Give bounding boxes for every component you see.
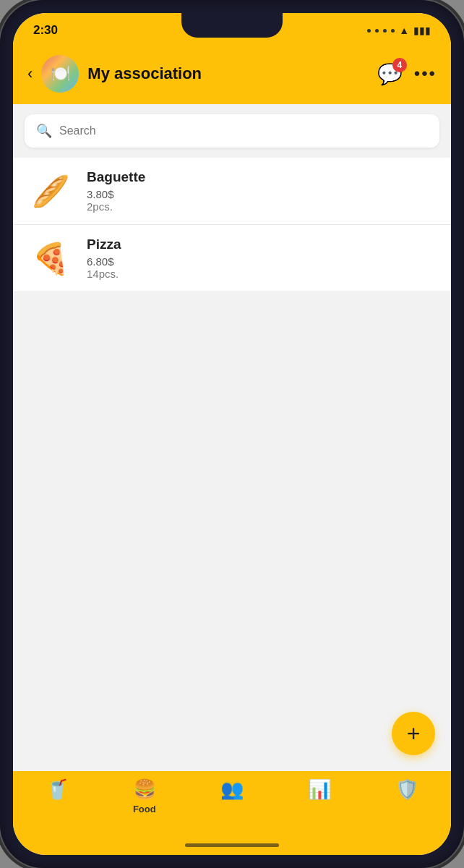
more-button[interactable]: •••	[414, 64, 437, 84]
signal-dot3	[383, 29, 387, 33]
signal-dot1	[367, 29, 371, 33]
item-image-pizza: 🍕	[27, 239, 74, 277]
nav-item-drinks[interactable]: 🥤	[13, 778, 100, 801]
item-name: Baguette	[87, 169, 437, 185]
search-input[interactable]	[59, 124, 428, 137]
search-icon: 🔍	[36, 123, 52, 139]
home-bar	[185, 843, 279, 847]
header-right: 💬 4 •••	[377, 62, 437, 86]
header-title: My association	[87, 64, 202, 83]
item-info-baguette: Baguette 3.80$ 2pcs.	[87, 169, 437, 213]
search-bar: 🔍	[25, 114, 439, 148]
avatar: 🍽️	[41, 55, 79, 93]
item-qty: 2pcs.	[87, 200, 437, 213]
nav-item-food[interactable]: 🍔 Food	[100, 778, 188, 814]
bottom-nav: 🥤 🍔 Food 👥 📊 🛡️	[13, 771, 451, 835]
phone-frame: 2:30 ▲ ▮▮▮ ‹ 🍽️ My association	[0, 0, 464, 868]
table-row[interactable]: 🍕 Pizza 6.80$ 14pcs.	[13, 225, 451, 292]
nav-item-security[interactable]: 🛡️	[364, 778, 451, 801]
home-indicator	[13, 835, 451, 855]
security-icon: 🛡️	[395, 778, 418, 801]
status-icons: ▲ ▮▮▮	[367, 25, 431, 36]
item-qty: 14pcs.	[87, 268, 437, 280]
item-info-pizza: Pizza 6.80$ 14pcs.	[87, 237, 437, 280]
add-icon: +	[407, 720, 421, 747]
battery-icon: ▮▮▮	[413, 25, 431, 36]
signal-dot2	[375, 29, 379, 33]
notification-badge: 4	[392, 58, 407, 72]
item-name: Pizza	[87, 237, 437, 252]
search-container: 🔍	[13, 104, 451, 158]
stats-icon: 📊	[308, 778, 331, 801]
people-icon: 👥	[220, 778, 244, 801]
items-list: 🥖 Baguette 3.80$ 2pcs. 🍕 Pizza 6	[13, 158, 451, 292]
item-image-baguette: 🥖	[27, 172, 74, 210]
phone-screen: 2:30 ▲ ▮▮▮ ‹ 🍽️ My association	[13, 13, 451, 855]
header-left: ‹ 🍽️ My association	[27, 55, 202, 93]
status-time: 2:30	[33, 23, 58, 38]
nav-item-people[interactable]: 👥	[188, 778, 275, 801]
header: ‹ 🍽️ My association 💬 4 •••	[13, 48, 451, 104]
add-button[interactable]: +	[392, 712, 435, 755]
drinks-icon: 🥤	[46, 778, 69, 801]
food-label: Food	[133, 804, 156, 814]
notch	[181, 13, 283, 38]
signal-dot4	[391, 29, 395, 33]
food-icon: 🍔	[133, 778, 156, 801]
table-row[interactable]: 🥖 Baguette 3.80$ 2pcs.	[13, 158, 451, 225]
item-price: 3.80$	[87, 188, 437, 200]
main-content: 🔍 🥖 Baguette 3.80$ 2pcs.	[13, 104, 451, 771]
nav-item-stats[interactable]: 📊	[276, 778, 364, 801]
notification-button[interactable]: 💬 4	[377, 62, 403, 86]
item-price: 6.80$	[87, 255, 437, 268]
wifi-icon: ▲	[399, 25, 409, 36]
back-button[interactable]: ‹	[27, 64, 33, 83]
